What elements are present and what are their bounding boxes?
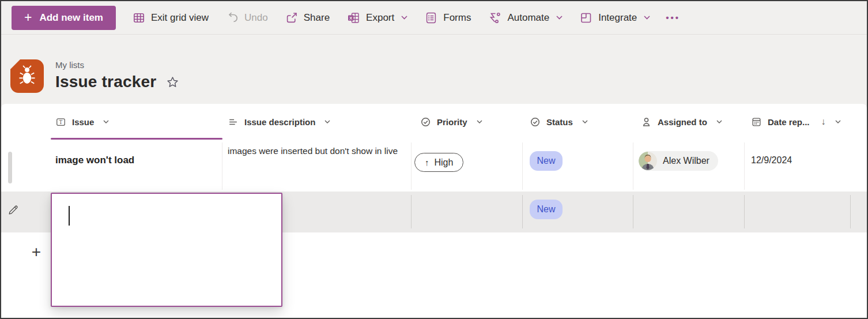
arrow-up-icon: ↑ [425, 157, 429, 167]
grid-icon [133, 12, 145, 24]
date-reported-cell[interactable]: 12/9/2024 [751, 155, 792, 166]
more-commands-button[interactable]: ••• [659, 13, 687, 22]
undo-label: Undo [244, 12, 268, 24]
chevron-down-icon[interactable] [324, 120, 330, 123]
issue-description-cell[interactable]: images were inserted but don't show in l… [228, 145, 402, 157]
chevron-down-icon[interactable] [835, 120, 841, 123]
cell-divider [222, 142, 222, 190]
issue-tracker-list-icon [10, 59, 44, 93]
check-circle-icon [420, 117, 431, 127]
add-row-button[interactable]: + [27, 242, 46, 262]
exit-grid-view-button[interactable]: Exit grid view [124, 1, 217, 34]
cell-divider [522, 142, 523, 190]
column-label: Issue [72, 117, 94, 127]
integrate-button[interactable]: Integrate [571, 1, 659, 34]
assigned-to-cell[interactable]: Alex Wilber [639, 151, 718, 171]
column-header-issue[interactable]: T Issue [55, 104, 109, 140]
column-header-issue-description[interactable]: Issue description [228, 104, 330, 140]
svg-text:T: T [59, 119, 63, 125]
cell-divider [744, 142, 745, 190]
page-title: Issue tracker [55, 73, 156, 91]
person-icon [641, 117, 652, 127]
add-new-item-button[interactable]: + Add new item [12, 6, 116, 30]
multiline-text-icon [228, 117, 239, 127]
svg-text:X: X [349, 15, 353, 20]
column-header-priority[interactable]: Priority [420, 104, 482, 140]
assigned-to-name: Alex Wilber [663, 156, 710, 166]
chevron-down-icon[interactable] [103, 120, 109, 123]
priority-cell[interactable]: ↑ High [414, 153, 463, 172]
chevron-down-icon[interactable] [477, 120, 482, 123]
column-header-date-reported[interactable]: Date rep... ↓ [751, 104, 841, 140]
breadcrumb[interactable]: My lists [55, 60, 179, 70]
export-button[interactable]: X Export [338, 1, 416, 34]
cell-divider [522, 195, 523, 228]
column-header-assigned-to[interactable]: Assigned to [641, 104, 722, 140]
column-label: Status [546, 117, 573, 127]
status-badge[interactable]: New [530, 200, 563, 219]
share-label: Share [304, 12, 330, 24]
share-icon [285, 12, 298, 24]
issue-tracker-window: + Add new item Exit grid view Undo [0, 0, 868, 319]
chevron-down-icon [556, 16, 563, 20]
text-cursor [69, 206, 70, 226]
add-new-item-label: Add new item [39, 12, 103, 24]
integrate-icon [580, 12, 592, 24]
column-label: Priority [437, 117, 467, 127]
pencil-edit-icon [7, 204, 19, 216]
exit-grid-view-label: Exit grid view [151, 12, 209, 24]
list-title-block: My lists Issue tracker [55, 60, 179, 91]
column-label: Assigned to [658, 117, 707, 127]
integrate-label: Integrate [598, 12, 637, 24]
table-row: image won't load images were inserted bu… [1, 140, 867, 192]
forms-button[interactable]: Forms [416, 1, 480, 34]
excel-export-icon: X [347, 12, 360, 24]
grid-panel: T Issue Issue description [1, 104, 867, 318]
command-bar: + Add new item Exit grid view Undo [1, 1, 867, 35]
status-badge[interactable]: New [530, 151, 563, 171]
row-select-handle[interactable] [8, 152, 12, 183]
automate-flow-icon [488, 12, 501, 24]
cell-divider [744, 195, 745, 228]
issue-cell-editor[interactable] [51, 193, 282, 307]
chevron-down-icon [644, 16, 650, 20]
cell-divider [411, 142, 412, 190]
cell-divider [633, 142, 633, 190]
forms-label: Forms [443, 12, 471, 24]
export-label: Export [366, 12, 394, 24]
chevron-down-icon[interactable] [716, 120, 722, 123]
favorite-star-icon[interactable] [166, 76, 179, 89]
column-label: Date rep... [768, 117, 810, 127]
chevron-down-icon [401, 16, 407, 20]
chevron-down-icon[interactable] [582, 120, 588, 123]
share-button[interactable]: Share [277, 1, 338, 34]
calendar-icon [751, 117, 762, 127]
cell-divider [850, 195, 851, 228]
cell-divider [633, 195, 633, 228]
single-line-text-icon: T [55, 117, 66, 127]
automate-button[interactable]: Automate [480, 1, 571, 34]
issue-cell[interactable]: image won't load [55, 155, 134, 166]
avatar [639, 152, 657, 170]
undo-button[interactable]: Undo [217, 1, 277, 34]
list-header: My lists Issue tracker [1, 35, 867, 104]
column-label: Issue description [244, 117, 315, 127]
cell-divider [411, 195, 412, 228]
check-circle-icon [530, 117, 541, 127]
forms-icon [425, 12, 437, 24]
priority-label: High [435, 157, 454, 168]
automate-label: Automate [507, 12, 549, 24]
plus-icon: + [24, 11, 32, 24]
undo-icon [226, 12, 239, 24]
column-header-status[interactable]: Status [530, 104, 588, 140]
sort-descending-icon: ↓ [821, 117, 826, 127]
